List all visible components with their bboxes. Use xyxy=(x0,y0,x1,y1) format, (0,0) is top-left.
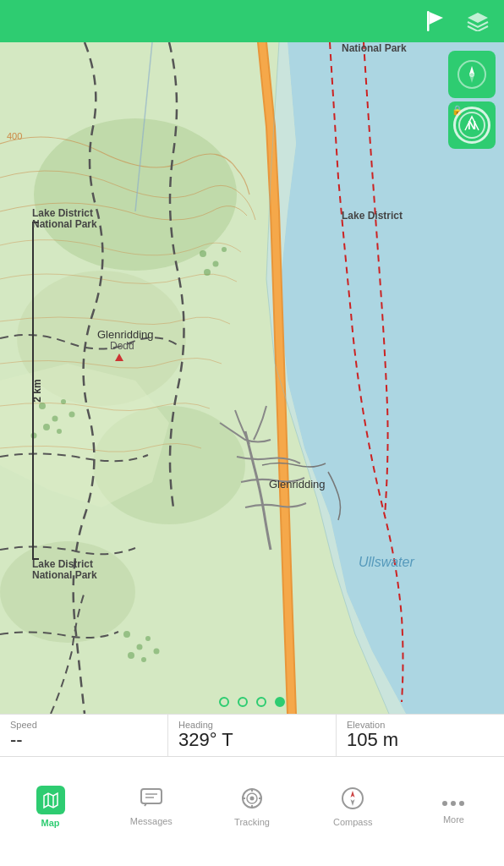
svg-point-22 xyxy=(222,247,227,252)
speed-value: -- xyxy=(10,730,157,750)
svg-point-14 xyxy=(137,644,143,650)
dot-4[interactable] xyxy=(275,697,285,707)
compass-tab-icon xyxy=(341,787,364,814)
svg-point-9 xyxy=(61,399,66,404)
svg-point-15 xyxy=(128,652,134,659)
svg-point-21 xyxy=(204,269,211,276)
app-header xyxy=(0,0,504,42)
north-lock-button[interactable]: 🔒 N xyxy=(448,101,496,149)
svg-point-16 xyxy=(145,636,151,641)
north-indicator: N xyxy=(453,107,490,144)
tab-map-label: Map xyxy=(41,818,60,828)
dot-3[interactable] xyxy=(256,697,266,707)
stats-bar: Speed -- Heading 329° T Elevation 105 m xyxy=(0,714,504,756)
tab-more-label: More xyxy=(443,814,464,825)
map-icon xyxy=(36,786,65,814)
heading-stat: Heading 329° T xyxy=(168,715,337,756)
svg-point-36 xyxy=(250,796,255,800)
svg-point-1 xyxy=(34,118,237,271)
tab-tracking[interactable]: Tracking xyxy=(201,757,302,866)
flag-icon[interactable] xyxy=(423,8,448,34)
svg-point-38 xyxy=(442,801,447,806)
tracking-icon xyxy=(240,787,264,814)
svg-point-18 xyxy=(141,657,146,662)
elevation-value: 105 m xyxy=(347,730,494,750)
svg-point-24 xyxy=(469,72,474,77)
speed-stat: Speed -- xyxy=(0,715,168,756)
heading-value: 329° T xyxy=(178,730,326,750)
tab-compass[interactable]: Compass xyxy=(303,757,403,866)
messages-icon xyxy=(140,787,163,813)
svg-text:N: N xyxy=(468,118,476,132)
tab-tracking-label: Tracking xyxy=(234,817,270,827)
tab-messages-label: Messages xyxy=(130,816,173,826)
speed-label: Speed xyxy=(10,720,157,730)
more-icon xyxy=(441,789,465,811)
page-indicators xyxy=(219,697,285,707)
svg-point-4 xyxy=(0,541,135,643)
svg-point-17 xyxy=(154,649,160,655)
svg-point-11 xyxy=(57,429,62,434)
svg-rect-27 xyxy=(141,789,162,803)
tab-map[interactable]: Map xyxy=(0,757,101,866)
map-container[interactable]: 400 xyxy=(0,42,504,714)
svg-point-7 xyxy=(52,416,58,422)
compass-button[interactable] xyxy=(448,51,496,98)
svg-point-8 xyxy=(43,424,50,430)
svg-text:400: 400 xyxy=(7,131,22,141)
svg-rect-0 xyxy=(427,11,430,31)
map-controls: 🔒 N xyxy=(448,51,496,149)
map-background: 400 xyxy=(0,42,504,714)
svg-point-40 xyxy=(459,801,464,806)
svg-point-20 xyxy=(213,261,219,267)
elevation-stat: Elevation 105 m xyxy=(337,715,504,756)
tab-messages[interactable]: Messages xyxy=(101,757,201,866)
scale-label: 2 km xyxy=(31,379,43,402)
tab-compass-label: Compass xyxy=(333,817,372,827)
tab-bar: Map Messages Tracking xyxy=(0,756,504,866)
svg-point-13 xyxy=(123,631,130,638)
layers-icon[interactable] xyxy=(465,8,490,34)
dot-1[interactable] xyxy=(219,697,229,707)
summit-marker xyxy=(115,354,123,361)
svg-point-39 xyxy=(451,801,456,806)
tab-more[interactable]: More xyxy=(403,757,504,866)
svg-point-10 xyxy=(69,412,75,418)
dot-2[interactable] xyxy=(238,697,248,707)
svg-point-19 xyxy=(200,250,206,257)
